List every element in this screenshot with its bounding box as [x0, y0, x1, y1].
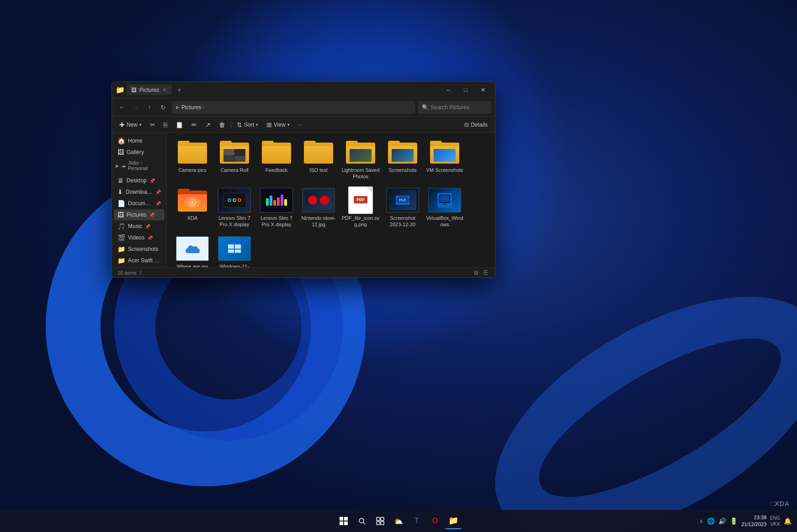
file-windows[interactable]: Windows-11-version-22H2.jpg — [214, 233, 255, 267]
view-button[interactable]: ⊞ View ▾ — [263, 119, 293, 131]
volume-icon[interactable]: 🔊 — [718, 517, 726, 525]
up-button[interactable]: ↑ — [143, 101, 156, 114]
detail-view-button[interactable]: ☰ — [481, 269, 489, 277]
folder-iso-test[interactable]: ISO test — [298, 137, 339, 183]
taskbar-center: ⛅ T O 📁 — [335, 513, 462, 529]
file-nintendo[interactable]: Nintendo store-12.jpg — [298, 185, 339, 231]
file-icon-cloud — [176, 236, 209, 261]
copy-button[interactable]: ⎘ — [160, 119, 171, 131]
chevron-up-icon[interactable]: ∧ — [699, 518, 703, 524]
file-pdf[interactable]: PDF PDF_file_icon.svg.png — [340, 185, 381, 231]
folder-label-camera-roll: Camera Roll — [215, 167, 254, 173]
address-bar[interactable]: ▶ Pictures › — [172, 101, 415, 114]
network-icon[interactable]: 🌐 — [707, 517, 715, 525]
title-bar: 📁 🖼 Pictures ✕ + ─ □ ✕ — [112, 82, 495, 98]
folder-lightroom[interactable]: Lightroom Saved Photos — [340, 137, 381, 183]
folder-camera-pics[interactable]: Camera pics — [172, 137, 213, 183]
gallery-icon: 🖼 — [117, 149, 124, 156]
folder-feedback[interactable]: Feedback — [256, 137, 297, 183]
search-box[interactable]: 🔍 Search Pictures — [418, 101, 491, 114]
delete-button[interactable]: 🗑 — [215, 119, 229, 131]
svg-rect-15 — [377, 517, 380, 521]
file-label-cloud: Where are my files — [173, 263, 212, 267]
view-dropdown-arrow: ▾ — [287, 122, 290, 127]
details-button[interactable]: ⊟ Details — [461, 119, 491, 131]
music-icon: 🎵 — [117, 223, 125, 230]
explorer-taskbar-button[interactable]: 📁 — [445, 513, 462, 529]
file-icon-screenshot1: FILE — [386, 187, 419, 213]
folder-camera-roll[interactable]: Camera Roll — [214, 137, 255, 183]
widgets-button[interactable]: ⛅ — [390, 513, 407, 529]
folder-vm-screenshots[interactable]: VM Screenshots — [425, 137, 465, 183]
cut-button[interactable]: ✂ — [146, 119, 159, 131]
folder-icon-feedback — [260, 139, 293, 165]
window-controls: ─ □ ✕ — [440, 84, 491, 96]
file-icon-virtualbox — [428, 187, 461, 213]
sidebar-item-desktop[interactable]: 🖥 Desktop 📌 — [114, 175, 165, 186]
tab-label: Pictures — [139, 87, 159, 93]
new-button[interactable]: ✚ New ▾ — [116, 119, 145, 131]
sidebar-label-gallery: Gallery — [127, 149, 144, 155]
view-toggle: ⊞ ☰ — [472, 269, 489, 277]
sidebar-item-documents[interactable]: 📄 Documents 📌 — [114, 198, 165, 209]
address-toolbar: ← → ↑ ↻ ▶ Pictures › 🔍 Search Pictures — [112, 98, 495, 117]
file-icon-pdf: PDF — [344, 187, 377, 213]
sidebar-item-music[interactable]: 🎵 Music 📌 — [114, 221, 165, 232]
file-lenovo2[interactable]: Lenovo Slim 7 Pro X display test 2.jpg — [256, 185, 297, 231]
folder-xda[interactable]: XDA — [172, 185, 213, 231]
tab-pictures[interactable]: 🖼 Pictures ✕ — [127, 85, 172, 95]
new-tab-button[interactable]: + — [174, 85, 185, 96]
more-button[interactable]: ··· — [294, 119, 306, 131]
svg-rect-18 — [381, 521, 384, 525]
sidebar-item-videos[interactable]: 🎬 Videos 📌 — [114, 232, 165, 243]
svg-point-13 — [359, 518, 364, 523]
back-button[interactable]: ← — [116, 101, 128, 114]
pin-icon-pictures: 📌 — [149, 213, 154, 218]
battery-icon[interactable]: 🔋 — [730, 517, 738, 525]
sidebar-group-joao[interactable]: ▶ ☁ João - Personal — [112, 158, 166, 173]
maximize-button[interactable]: □ — [457, 84, 474, 96]
svg-rect-7 — [440, 196, 449, 202]
forward-button[interactable]: → — [129, 101, 142, 114]
start-button[interactable] — [335, 513, 352, 529]
sidebar-item-screenshots[interactable]: 📁 Screenshots — [114, 244, 165, 255]
system-clock[interactable]: 23:38 21/12/2023 — [741, 514, 766, 528]
teams-button[interactable]: T — [409, 513, 425, 529]
svg-point-1 — [191, 201, 194, 204]
taskview-button[interactable] — [372, 513, 388, 529]
grid-view-button[interactable]: ⊞ — [472, 269, 480, 277]
minimize-button[interactable]: ─ — [440, 84, 457, 96]
folder-label-iso-test: ISO test — [299, 167, 338, 173]
folder-screenshots[interactable]: Screenshots — [383, 137, 423, 183]
sidebar-item-downloads[interactable]: ⬇ Downloads 📌 — [114, 186, 165, 197]
search-taskbar-button[interactable] — [354, 513, 370, 529]
search-icon: 🔍 — [422, 104, 429, 111]
svg-rect-10 — [235, 245, 241, 249]
opera-button[interactable]: O — [427, 513, 443, 529]
sidebar-item-home[interactable]: 🏠 Home — [114, 135, 165, 146]
svg-rect-11 — [228, 250, 234, 253]
refresh-button[interactable]: ↻ — [157, 101, 170, 114]
sidebar-label-music: Music — [128, 223, 142, 229]
notification-icon[interactable]: 🔔 — [784, 517, 792, 525]
svg-rect-9 — [228, 245, 234, 249]
sidebar-item-gallery[interactable]: 🖼 Gallery — [114, 147, 165, 158]
file-screenshot1[interactable]: FILE Screenshot 2023-12-20 153135.png — [383, 185, 423, 231]
home-icon: 🏠 — [117, 137, 125, 144]
sidebar: 🏠 Home 🖼 Gallery ▶ ☁ João - Personal 🖥 D… — [112, 133, 167, 267]
close-button[interactable]: ✕ — [475, 84, 491, 96]
search-placeholder: Search Pictures — [430, 104, 469, 111]
paste-button[interactable]: 📋 — [172, 119, 187, 131]
share-button[interactable]: ↗ — [202, 119, 214, 131]
rename-button[interactable]: ✏ — [188, 119, 201, 131]
tab-close-button[interactable]: ✕ — [162, 86, 167, 93]
sidebar-item-acer[interactable]: 📁 Acer Swift Go 14 — [114, 255, 165, 266]
sidebar-item-pictures[interactable]: 🖼 Pictures 📌 — [114, 209, 165, 220]
file-cloud[interactable]: Where are my files — [172, 233, 213, 267]
file-icon-nintendo — [302, 187, 335, 213]
folder-label-lightroom: Lightroom Saved Photos — [341, 167, 380, 180]
svg-rect-16 — [381, 517, 384, 521]
file-lenovo1[interactable]: Lenovo Slim 7 Pro X display test 1.jpg — [214, 185, 255, 231]
file-virtualbox[interactable]: VirtualBox_Windows 11_20_12_2023_15_37_3… — [425, 185, 465, 231]
sort-button[interactable]: ⇅ Sort ▾ — [233, 119, 262, 131]
